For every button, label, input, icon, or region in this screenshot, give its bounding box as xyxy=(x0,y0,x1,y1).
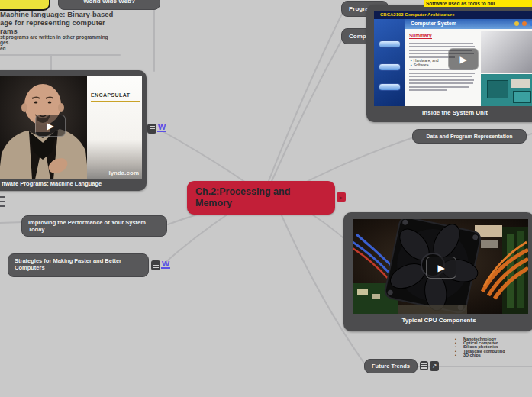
notes-icon[interactable] xyxy=(147,124,156,134)
node-future-trends[interactable]: Future Trends xyxy=(364,359,418,373)
text-node-subtext-line1: st programs are written in other program… xyxy=(0,34,108,40)
node-label: World Wide Web? xyxy=(59,0,160,5)
play-icon: ▶ xyxy=(47,121,53,131)
play-button[interactable]: ▶ xyxy=(448,48,479,70)
video-caption: Typical CPU Components xyxy=(343,317,532,324)
video-caption: ftware Programs: Machine Language xyxy=(2,180,102,187)
slide-header: Computer System xyxy=(405,19,532,29)
play-button[interactable]: ▶ xyxy=(426,257,456,279)
node-strategies[interactable]: Strategies for Making Faster and Better … xyxy=(8,253,149,277)
node-improving-performance[interactable]: Improving the Performance of Your System… xyxy=(21,215,167,237)
sidebar-button[interactable] xyxy=(379,63,401,71)
mindmap-canvas[interactable]: World Wide Web? Machine language: Binary… xyxy=(0,0,532,397)
circuit-image xyxy=(481,74,532,106)
node-world-wide-web[interactable]: World Wide Web? xyxy=(58,0,160,10)
brand-label: lynda.com xyxy=(108,169,139,176)
future-trends-bullet-list[interactable]: • Nanotechnology • Optical computer • Si… xyxy=(455,337,505,357)
list-item: • 3D chips xyxy=(455,353,505,357)
toolbar-dot-icon xyxy=(522,21,527,26)
gold-underline xyxy=(91,101,140,102)
video-node-cpu[interactable]: ▶ Typical CPU Components xyxy=(343,212,532,331)
play-icon: ▶ xyxy=(459,54,466,65)
text-node-machine-language-line2: age for representing computer xyxy=(0,18,105,27)
clipped-node-fragment xyxy=(0,205,5,207)
video-node-system-unit[interactable]: CBCA2103 Computer Architecture Computer … xyxy=(366,5,532,122)
node-data-representation[interactable]: Data and Program Representation xyxy=(412,129,527,144)
expander-icon: ▶ xyxy=(340,195,343,200)
video-thumbnail[interactable]: CBCA2103 Computer Architecture Computer … xyxy=(374,11,532,106)
course-title: CBCA2103 Computer Architecture xyxy=(374,11,532,17)
expander-button[interactable]: ▶ xyxy=(337,192,346,202)
play-icon: ▶ xyxy=(437,263,444,273)
text-node-subtext-line2: ges. xyxy=(0,40,10,45)
video-caption: Inside the System Unit xyxy=(366,109,532,116)
slide-panel: ENCAPSULAT lynda.com xyxy=(87,76,142,179)
node-label: Strategies for Making Faster and Better … xyxy=(8,254,148,274)
text-node-machine-language-line1[interactable]: Machine language: Binary-based xyxy=(0,10,113,18)
video-node-machine-language[interactable]: ENCAPSULAT lynda.com ▶ ftware Programs: … xyxy=(0,70,147,191)
slide-title: Computer System xyxy=(405,19,532,26)
central-node-label: Ch.2:Processing and Memory xyxy=(187,181,335,215)
highlight-text: Software used as tools to bui xyxy=(424,0,532,6)
node-label: Data and Program Representation xyxy=(413,130,526,140)
wikipedia-icon[interactable]: w xyxy=(161,259,170,269)
text-node-tail: ed xyxy=(0,46,6,51)
clipped-node-fragment xyxy=(0,196,5,198)
slide-title-text: ENCAPSULAT xyxy=(91,92,130,98)
clipped-node-fragment xyxy=(0,201,5,202)
link-icon[interactable]: ↗ xyxy=(430,361,439,371)
node-label: Future Trends xyxy=(365,360,417,370)
toolbar-dot-icon xyxy=(514,21,519,26)
slide-topbar: CBCA2103 Computer Architecture xyxy=(374,11,532,19)
video-thumbnail[interactable]: ENCAPSULAT lynda.com ▶ xyxy=(0,76,142,179)
central-node[interactable]: Ch.2:Processing and Memory xyxy=(187,181,335,215)
slide-sidebar xyxy=(374,19,405,106)
node-label: Improving the Performance of Your System… xyxy=(22,216,166,236)
sidebar-button[interactable] xyxy=(379,40,401,48)
notes-icon[interactable] xyxy=(420,361,428,370)
video-thumbnail[interactable]: ▶ xyxy=(353,219,528,314)
highlight-strip: Software used as tools to bui xyxy=(424,0,532,7)
keyboard-image xyxy=(481,31,532,73)
play-button[interactable]: ▶ xyxy=(35,115,66,137)
slide-heading: Summary xyxy=(409,33,432,39)
notes-icon[interactable] xyxy=(151,260,160,270)
clipped-yellow-node[interactable] xyxy=(0,0,50,11)
sidebar-button[interactable] xyxy=(379,83,401,91)
wikipedia-icon[interactable]: w xyxy=(157,122,166,132)
